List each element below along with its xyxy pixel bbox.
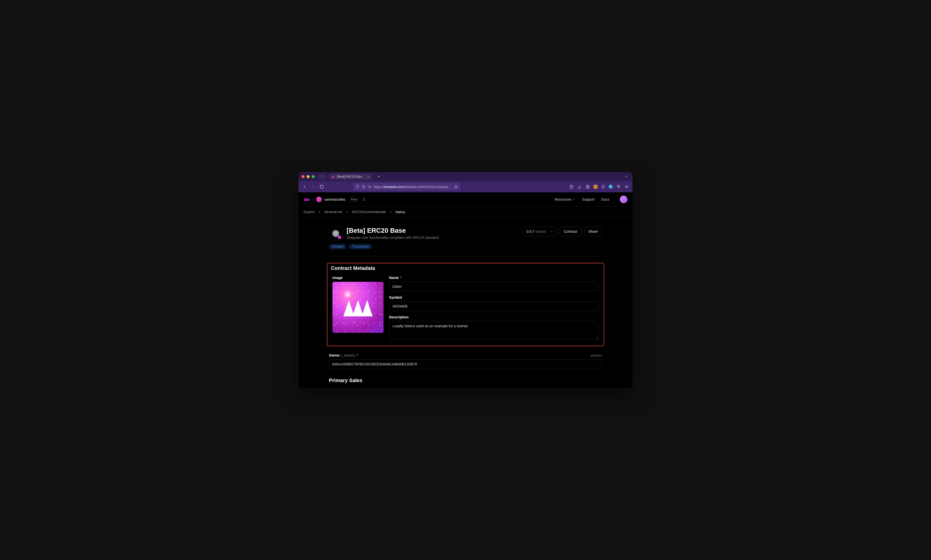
user-avatar-icon: [316, 197, 322, 202]
extension-globe-icon[interactable]: [609, 185, 613, 189]
tag-transferable[interactable]: Transferable: [349, 244, 372, 249]
nav-resources[interactable]: Resources: [554, 197, 576, 202]
share-button[interactable]: Share: [584, 227, 602, 236]
switcher-icon[interactable]: [363, 198, 365, 201]
lock-icon: [362, 185, 365, 189]
svg-marker-15: [335, 232, 337, 234]
svg-rect-0: [321, 175, 324, 178]
main-content: [Beta] ERC20 Base Integrate core functio…: [298, 218, 633, 383]
shield-icon: [356, 185, 359, 189]
separator: /: [313, 197, 314, 202]
owner-section: Owner (_owner) * address: [329, 353, 602, 369]
permissions-icon: [368, 185, 371, 189]
address-bar[interactable]: https://thirdweb.com/thirdweb.eth/ERC20C…: [353, 183, 460, 191]
maximize-window[interactable]: [312, 175, 315, 178]
nav-docs[interactable]: Docs: [601, 197, 609, 202]
version-select[interactable]: 0.0.7 (latest): [523, 227, 557, 236]
divider: [329, 256, 602, 256]
plan-badge: Free: [349, 197, 359, 202]
close-tab-icon[interactable]: ×: [367, 175, 369, 178]
minimize-window[interactable]: [307, 175, 310, 178]
menu-icon[interactable]: [624, 185, 629, 189]
chevron-down-icon: [573, 198, 576, 201]
browser-window: [Beta] ERC20 Base | Published × + https:…: [298, 172, 633, 388]
crumb-author[interactable]: thirdweb.eth: [324, 210, 342, 214]
url-text: https://thirdweb.com/thirdweb.eth/ERC20C…: [374, 185, 452, 189]
primary-sales-title: Primary Sales: [329, 377, 602, 383]
name-label: Name *: [389, 276, 599, 280]
crumb-explore[interactable]: Explore: [304, 210, 315, 214]
owner-input[interactable]: [329, 359, 602, 369]
svg-point-11: [587, 186, 588, 187]
image-upload[interactable]: [332, 282, 383, 333]
symbol-input[interactable]: [389, 302, 599, 311]
page-header: [Beta] ERC20 Base Integrate core functio…: [329, 227, 602, 240]
profile-avatar[interactable]: [620, 195, 627, 203]
tag-list: Mintable Transferable: [329, 244, 602, 249]
tag-mintable[interactable]: Mintable: [329, 244, 346, 249]
description-input[interactable]: [389, 321, 599, 339]
username[interactable]: saminacodes: [324, 197, 345, 202]
chevron-down-icon: [550, 230, 553, 233]
title-bar: [Beta] ERC20 Base | Published × +: [298, 172, 633, 181]
download-icon[interactable]: [577, 185, 582, 189]
back-button[interactable]: [302, 185, 307, 189]
chevron-right-icon: [389, 210, 392, 214]
forward-button[interactable]: [311, 185, 316, 189]
chevron-right-icon: [318, 210, 321, 214]
svg-rect-2: [363, 186, 364, 188]
thirdweb-logo-icon[interactable]: [304, 196, 310, 202]
reader-icon[interactable]: [569, 185, 574, 189]
extension-phantom-icon[interactable]: [601, 185, 605, 189]
primary-sales-section: Primary Sales: [329, 377, 602, 383]
extensions-icon[interactable]: [616, 185, 621, 189]
browser-tab[interactable]: [Beta] ERC20 Base | Published ×: [329, 173, 372, 180]
tab-favicon-icon: [331, 175, 335, 178]
crumb-contract[interactable]: ERC20CoreInitializable: [352, 210, 386, 214]
breadcrumb: Explore thirdweb.eth ERC20CoreInitializa…: [298, 206, 633, 218]
app-header: / saminacodes Free Resources Support Doc…: [298, 192, 633, 206]
extension-metamask-icon[interactable]: [593, 185, 598, 189]
section-title: Contract Metadata: [331, 265, 600, 271]
contract-metadata-section: Contract Metadata Image Name * Symbol: [327, 263, 604, 346]
description-label: Description: [389, 315, 599, 319]
image-label: Image: [332, 276, 383, 280]
chevron-right-icon: [346, 210, 348, 214]
owner-label: Owner (_owner) *: [329, 353, 358, 357]
owner-type: address: [590, 354, 602, 357]
new-tab-button[interactable]: +: [376, 174, 381, 179]
symbol-label: Symbol: [389, 295, 599, 300]
name-input[interactable]: [389, 282, 599, 291]
svg-marker-7: [454, 185, 457, 188]
page-title: [Beta] ERC20 Base: [347, 227, 519, 234]
tab-title: [Beta] ERC20 Base | Published: [337, 175, 365, 178]
window-controls: [301, 175, 315, 178]
toolbar-icons: [569, 185, 629, 189]
account-icon[interactable]: [585, 185, 590, 189]
badge-dot-icon: [338, 235, 341, 239]
page-subtitle: Integrate core functionality compliant w…: [347, 235, 519, 240]
contract-icon: [329, 227, 343, 240]
close-window[interactable]: [301, 175, 304, 178]
contract-button[interactable]: Contract: [560, 227, 582, 236]
sidebar-toggle-icon[interactable]: [319, 174, 325, 180]
crumb-current: deploy: [395, 210, 405, 214]
reload-button[interactable]: [319, 185, 324, 189]
bookmark-star-icon[interactable]: [454, 185, 458, 189]
tabs-dropdown-icon[interactable]: [624, 174, 628, 179]
url-bar: https://thirdweb.com/thirdweb.eth/ERC20C…: [298, 181, 633, 192]
nav-support[interactable]: Support: [582, 197, 594, 202]
